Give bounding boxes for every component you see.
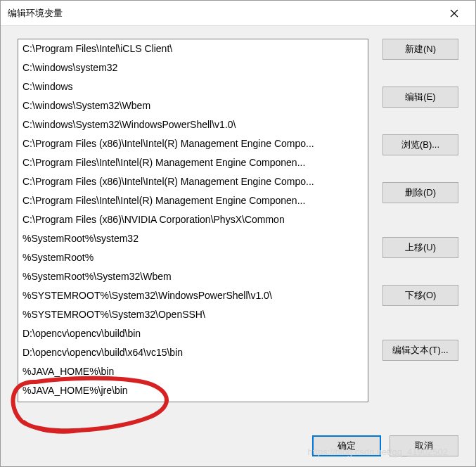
new-button[interactable]: 新建(N) [382,39,458,60]
list-item[interactable]: C:\windows\System32\WindowsPowerShell\v1… [18,115,368,134]
cancel-button[interactable]: 取消 [390,435,458,456]
main-row: C:\Program Files\Intel\iCLS Client\C:\wi… [18,39,458,418]
list-item[interactable]: C:\Program Files (x86)\Intel\Intel(R) Ma… [18,134,368,153]
ok-button[interactable]: 确定 [312,435,381,456]
list-item[interactable]: %SYSTEMROOT%\System32\WindowsPowerShell\… [18,286,368,305]
close-button[interactable] [440,3,468,24]
list-item[interactable]: C:\Program Files\Intel\iCLS Client\ [18,39,368,58]
delete-button[interactable]: 删除(D) [382,182,458,203]
window-title: 编辑环境变量 [8,7,440,20]
list-item[interactable]: D:\opencv\opencv\build\x64\vc15\bin [18,343,368,362]
list-item[interactable]: C:\Program Files\Intel\Intel(R) Manageme… [18,153,368,172]
edittext-button[interactable]: 编辑文本(T)... [382,340,458,361]
list-item[interactable]: C:\Program Files (x86)\Intel\Intel(R) Ma… [18,172,368,191]
list-item[interactable]: D:\opencv\opencv\build\bin [18,324,368,343]
edit-button[interactable]: 编辑(E) [382,87,458,108]
list-item[interactable]: %SYSTEMROOT%\System32\OpenSSH\ [18,305,368,324]
path-listbox[interactable]: C:\Program Files\Intel\iCLS Client\C:\wi… [18,39,368,402]
list-item[interactable]: %JAVA_HOME%\bin [18,362,368,381]
list-item[interactable]: %SystemRoot%\system32 [18,229,368,248]
list-item[interactable]: C:\Program Files (x86)\NVIDIA Corporatio… [18,210,368,229]
titlebar: 编辑环境变量 [1,1,475,26]
list-item[interactable]: %SystemRoot% [18,248,368,267]
list-item[interactable]: C:\windows [18,77,368,96]
browse-button[interactable]: 浏览(B)... [382,134,458,155]
list-item[interactable]: C:\windows\System32\Wbem [18,96,368,115]
side-buttons: 新建(N) 编辑(E) 浏览(B)... 删除(D) 上移(U) 下移(O) 编… [382,39,458,418]
dialog-content: C:\Program Files\Intel\iCLS Client\C:\wi… [1,26,475,466]
dialog-footer: 确定 取消 [18,418,458,456]
list-item[interactable]: C:\Program Files\Intel\Intel(R) Manageme… [18,191,368,210]
listbox-wrap: C:\Program Files\Intel\iCLS Client\C:\wi… [18,39,368,418]
movedown-button[interactable]: 下移(O) [382,285,458,306]
list-item[interactable]: %MAVEN_HOME%\bin [18,400,368,402]
list-item[interactable]: %JAVA_HOME%\jre\bin [18,381,368,400]
moveup-button[interactable]: 上移(U) [382,237,458,258]
list-item[interactable]: C:\windows\system32 [18,58,368,77]
list-item[interactable]: %SystemRoot%\System32\Wbem [18,267,368,286]
close-icon [450,9,458,18]
dialog-window: 编辑环境变量 C:\Program Files\Intel\iCLS Clien… [0,0,476,467]
